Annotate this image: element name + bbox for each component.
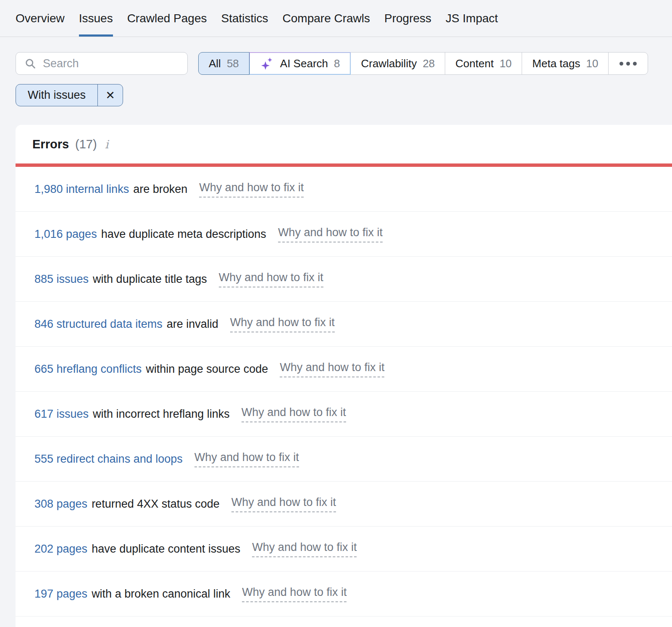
tab-js-impact[interactable]: JS Impact [446,0,498,37]
more-options-icon [620,62,623,66]
issue-count-link[interactable]: 665 hreflang conflicts [34,363,142,376]
issue-count-link[interactable]: 197 pages [34,587,87,601]
issue-description: within page source code [146,363,268,376]
issue-description: returned 4XX status code [92,498,220,511]
errors-count: (17) [75,137,97,151]
more-options-icon [626,62,630,66]
more-options-icon [633,62,637,66]
issue-count-link[interactable]: 846 structured data items [34,318,163,331]
issue-description: are invalid [167,318,218,331]
chip-all-label: All [209,57,221,70]
why-how-to-fix-link[interactable]: Why and how to fix it [199,181,304,198]
issue-row: 617 issues with incorrect hreflang links… [16,392,672,437]
issue-description: have duplicate content issues [92,543,240,556]
why-how-to-fix-link[interactable]: Why and how to fix it [242,406,346,422]
tab-issues[interactable]: Issues [79,0,113,37]
why-how-to-fix-link[interactable]: Why and how to fix it [230,316,335,332]
issue-row: 885 issues with duplicate title tags Why… [16,257,672,302]
tab-overview[interactable]: Overview [16,0,65,37]
chip-all[interactable]: All 58 [198,52,249,75]
issue-count-link[interactable]: 885 issues [34,273,89,286]
chip-ai-search-label: AI Search [280,57,328,70]
issue-description: with duplicate title tags [93,273,207,286]
chip-ai-search[interactable]: AI Search 8 [249,52,351,75]
errors-panel-header: Errors (17) i [16,125,672,163]
chip-crawlability-count: 28 [423,57,435,70]
top-navigation: Overview Issues Crawled Pages Statistics… [0,0,672,37]
issue-row: 308 pages returned 4XX status code Why a… [16,482,672,527]
active-filters-row: With issues ✕ [16,84,656,106]
tab-statistics[interactable]: Statistics [221,0,268,37]
chip-crawlability-label: Crawlability [361,57,417,70]
chip-meta-tags[interactable]: Meta tags 10 [522,52,609,75]
chip-crawlability[interactable]: Crawlability 28 [350,52,445,75]
category-filter-chips: All 58 AI Search 8 Crawlability 28 Conte… [198,52,648,75]
search-input[interactable] [43,57,179,70]
chip-content-count: 10 [499,57,512,70]
chip-meta-tags-label: Meta tags [532,57,580,70]
issue-row: 197 pages with a broken canonical link W… [16,572,672,616]
tab-progress[interactable]: Progress [384,0,431,37]
chip-meta-tags-count: 10 [586,57,598,70]
why-how-to-fix-link[interactable]: Why and how to fix it [219,271,323,287]
why-how-to-fix-link[interactable]: Why and how to fix it [242,586,346,602]
why-how-to-fix-link[interactable]: Why and how to fix it [278,226,383,242]
issue-count-link[interactable]: 1,980 internal links [34,183,129,196]
why-how-to-fix-link[interactable]: Why and how to fix it [252,541,357,557]
issue-count-link[interactable]: 308 pages [34,498,87,511]
ai-sparkle-icon [260,56,274,71]
issue-count-link[interactable]: 555 redirect chains and loops [34,453,183,466]
issue-row: 846 structured data items are invalid Wh… [16,302,672,347]
panel-title: Errors [32,137,69,151]
filters-toolbar: All 58 AI Search 8 Crawlability 28 Conte… [16,52,656,75]
search-icon [24,58,36,69]
info-icon[interactable]: i [103,138,109,151]
issue-description: have duplicate meta descriptions [101,228,266,241]
tab-compare-crawls[interactable]: Compare Crawls [283,0,370,37]
issue-count-link[interactable]: 202 pages [34,543,87,556]
more-filters-button[interactable] [608,52,648,75]
chip-content[interactable]: Content 10 [445,52,522,75]
chip-all-count: 58 [227,57,239,70]
why-how-to-fix-link[interactable]: Why and how to fix it [280,361,384,377]
issue-description: with incorrect hreflang links [93,408,230,421]
chip-ai-search-count: 8 [334,57,340,70]
errors-panel: Errors (17) i 1,980 internal links are b… [16,125,672,627]
issue-row: 202 pages have duplicate content issues … [16,527,672,572]
issue-row: 1,016 pages have duplicate meta descript… [16,212,672,257]
issue-description: are broken [133,183,187,196]
issue-row: 1,980 internal links are broken Why and … [16,167,672,212]
chip-content-label: Content [455,57,494,70]
issue-row: 665 hreflang conflicts within page sourc… [16,347,672,392]
filter-tag-with-issues[interactable]: With issues ✕ [16,84,123,106]
filter-tag-label: With issues [16,84,97,106]
issue-description: with a broken canonical link [92,587,230,601]
why-how-to-fix-link[interactable]: Why and how to fix it [231,496,336,512]
search-box[interactable] [16,52,188,75]
why-how-to-fix-link[interactable]: Why and how to fix it [194,451,299,467]
issue-count-link[interactable]: 1,016 pages [34,228,97,241]
tab-crawled-pages[interactable]: Crawled Pages [127,0,207,37]
issue-row: 555 redirect chains and loops Why and ho… [16,437,672,482]
issue-count-link[interactable]: 617 issues [34,408,89,421]
errors-severity-bar [16,163,672,167]
close-icon[interactable]: ✕ [97,84,123,106]
